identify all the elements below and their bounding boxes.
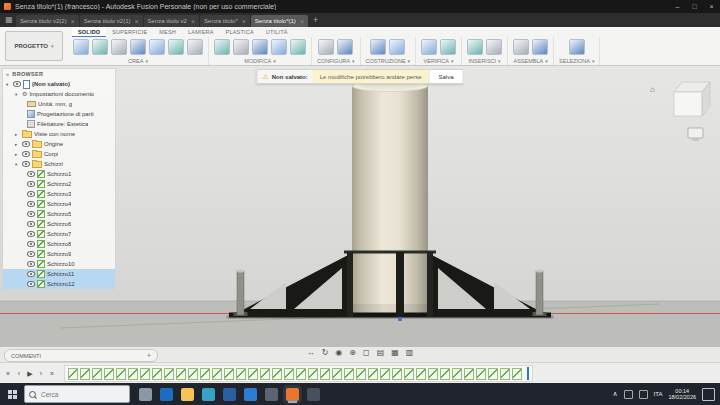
look-at-icon[interactable]: ◉	[335, 348, 342, 357]
timeline-sketch-icon[interactable]	[188, 368, 198, 380]
configura-icon[interactable]	[318, 39, 334, 55]
browser-item-document-settings[interactable]: ▾ ⚙ Impostazioni documento	[3, 89, 115, 99]
tabella-configurazione-icon[interactable]	[337, 39, 353, 55]
timeline-sketch-icon[interactable]	[332, 368, 342, 380]
visibility-eye-icon[interactable]	[27, 271, 35, 277]
rivoluzione-icon[interactable]	[111, 39, 127, 55]
view-cube[interactable]: ⌂	[650, 82, 710, 116]
mail-icon[interactable]	[223, 388, 236, 401]
timeline-sketch-icon[interactable]	[212, 368, 222, 380]
group-label[interactable]: MODIFICA▾	[244, 56, 275, 65]
svuota-icon[interactable]	[271, 39, 287, 55]
doc-tab[interactable]: Senza titolo v2(2)×	[16, 15, 79, 27]
expand-icon[interactable]: ▸	[15, 132, 20, 137]
display-settings-icon[interactable]: ▤	[377, 348, 385, 357]
timeline-sketch-icon[interactable]	[368, 368, 378, 380]
timeline-sketch-icon[interactable]	[308, 368, 318, 380]
close-tab-icon[interactable]: ×	[191, 18, 195, 25]
edge-icon[interactable]	[202, 388, 215, 401]
browser-item-sketch[interactable]: Schizzo12	[3, 279, 115, 289]
project-menu-button[interactable]: PROGETTO ▾	[5, 31, 63, 61]
play-icon[interactable]: ▶	[26, 370, 34, 378]
doc-tab[interactable]: Senza titolo*(1)×	[251, 15, 308, 27]
visibility-eye-icon[interactable]	[27, 251, 35, 257]
save-button[interactable]: Salva	[429, 70, 463, 83]
display-settings-icon[interactable]	[688, 128, 703, 140]
timeline-sketch-icon[interactable]	[92, 368, 102, 380]
misura-icon[interactable]	[421, 39, 437, 55]
comments-bar[interactable]: COMMENTI +	[4, 349, 158, 362]
timeline-sketch-icon[interactable]	[512, 368, 522, 380]
browser-folder-sketches[interactable]: ▾ Schizzi	[3, 159, 115, 169]
zoom-icon[interactable]: ⊕	[349, 348, 356, 357]
timeline-sketch-icon[interactable]	[380, 368, 390, 380]
piano-offset-icon[interactable]	[370, 39, 386, 55]
doc-tab[interactable]: Senza titolo*×	[200, 15, 250, 27]
timeline-sketch-icon[interactable]	[488, 368, 498, 380]
timeline-sketch-icon[interactable]	[392, 368, 402, 380]
taskbar-clock[interactable]: 00:14 18/02/2026	[668, 388, 696, 401]
browser-item-units[interactable]: Unità: mm, g	[3, 99, 115, 109]
browser-item-sketch[interactable]: Schizzo7	[3, 229, 115, 239]
doc-tab[interactable]: Senza titolo v2×	[144, 15, 199, 27]
new-tab-button[interactable]: +	[309, 15, 322, 25]
browser-folder-origin[interactable]: ▸ Origine	[3, 139, 115, 149]
browser-item-sketch[interactable]: Schizzo9	[3, 249, 115, 259]
visibility-eye-icon[interactable]	[22, 141, 30, 147]
network-icon[interactable]	[624, 390, 633, 399]
browser-item-sketch[interactable]: Schizzo10	[3, 259, 115, 269]
crea-schizzo-icon[interactable]	[73, 39, 89, 55]
visibility-eye-icon[interactable]	[27, 171, 35, 177]
group-label[interactable]: SELEZIONA▾	[559, 56, 594, 65]
inserisci-svg-icon[interactable]	[486, 39, 502, 55]
task-view-icon[interactable]	[139, 388, 152, 401]
close-tab-icon[interactable]: ×	[71, 18, 75, 25]
expand-icon[interactable]: ▾	[6, 82, 11, 87]
browser-header[interactable]: « BROWSER	[3, 69, 115, 79]
timeline-sketch-icon[interactable]	[176, 368, 186, 380]
visibility-eye-icon[interactable]	[13, 81, 21, 87]
timeline-sketch-icon[interactable]	[296, 368, 306, 380]
expand-icon[interactable]: ▸	[15, 152, 20, 157]
file-explorer-icon[interactable]	[181, 388, 194, 401]
data-panel-toggle-icon[interactable]: ▦	[2, 13, 16, 27]
tray-expand-icon[interactable]: ∧	[612, 390, 617, 398]
browser-item-sketch[interactable]: Schizzo8	[3, 239, 115, 249]
ribbon-tab-superficie[interactable]: SUPERFICIE	[106, 27, 153, 37]
visibility-eye-icon[interactable]	[27, 221, 35, 227]
combina-icon[interactable]	[290, 39, 306, 55]
browser-item-sketch[interactable]: Schizzo1	[3, 169, 115, 179]
group-label[interactable]: VERIFICA▾	[424, 56, 454, 65]
go-to-start-icon[interactable]: «	[4, 370, 12, 377]
browser-item-sketch[interactable]: Schizzo2	[3, 179, 115, 189]
group-label[interactable]: COSTRUZIONE▾	[366, 56, 411, 65]
timeline-sketch-icon[interactable]	[140, 368, 150, 380]
step-forward-icon[interactable]: ›	[37, 370, 45, 377]
browser-folder-bodies[interactable]: ▸ Corpi	[3, 149, 115, 159]
fusion-icon[interactable]	[286, 388, 299, 401]
browser-item-sketch[interactable]: Schizzo4	[3, 199, 115, 209]
ribbon-tab-plastica[interactable]: PLASTICA	[220, 27, 260, 37]
close-tab-icon[interactable]: ×	[135, 18, 139, 25]
timeline-sketch-icon[interactable]	[80, 368, 90, 380]
timeline-sketch-icon[interactable]	[500, 368, 510, 380]
timeline-sketch-icon[interactable]	[224, 368, 234, 380]
photos-icon[interactable]	[244, 388, 257, 401]
visibility-eye-icon[interactable]	[27, 261, 35, 267]
timeline-sketch-icon[interactable]	[116, 368, 126, 380]
group-label[interactable]: CONFIGURA▾	[317, 56, 355, 65]
go-to-end-icon[interactable]: »	[48, 370, 56, 377]
timeline-sketch-icon[interactable]	[164, 368, 174, 380]
timeline-sketch-icon[interactable]	[476, 368, 486, 380]
expand-icon[interactable]: ▾	[15, 162, 20, 167]
visibility-eye-icon[interactable]	[27, 231, 35, 237]
calculator-icon[interactable]	[307, 388, 320, 401]
smusso-icon[interactable]	[252, 39, 268, 55]
timeline-sketch-icon[interactable]	[344, 368, 354, 380]
volume-icon[interactable]	[639, 390, 648, 399]
browser-item-sketch[interactable]: Schizzo11	[3, 269, 115, 279]
expand-icon[interactable]: ▸	[15, 142, 20, 147]
browser-item-root[interactable]: ▾ (Non salvato)	[3, 79, 115, 89]
timeline-sketch-icon[interactable]	[128, 368, 138, 380]
grid-settings-icon[interactable]: ▦	[391, 348, 399, 357]
